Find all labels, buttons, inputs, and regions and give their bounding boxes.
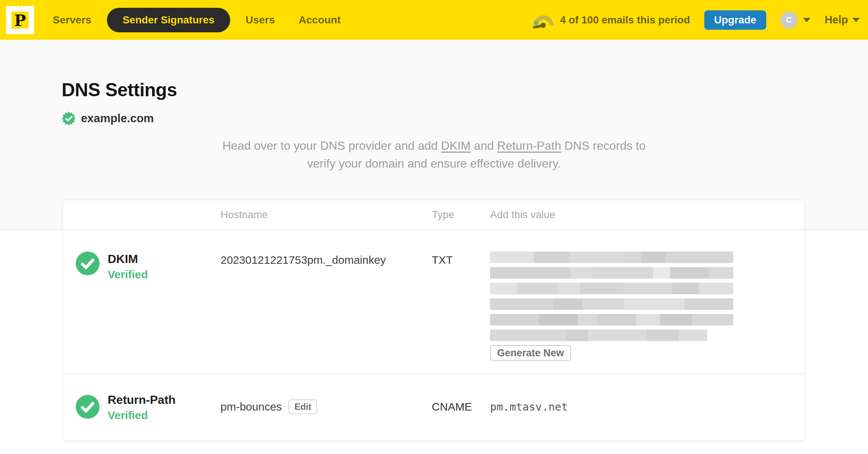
nav-item-servers[interactable]: Servers [41,14,103,26]
intro-mid: and [471,139,497,152]
header-type: Type [432,209,490,221]
domain-name: example.com [81,112,154,125]
dkim-type: TXT [432,252,490,266]
usage-meter: 4 of 100 emails this period [532,12,690,28]
avatar[interactable]: C [780,12,797,29]
redacted-value-line [490,314,733,325]
postmark-logo-icon[interactable]: P [5,5,35,35]
domain-row: example.com [62,111,154,126]
dns-records-card: Hostname Type Add this value DKIM Verifi… [62,200,805,441]
header-add-this-value: Add this value [490,209,804,221]
nav-item-account[interactable]: Account [287,14,352,26]
account-menu[interactable]: C [780,12,810,29]
status-badge: Verified [108,409,176,422]
chevron-down-icon [852,18,860,22]
nav-item-sender-signatures[interactable]: Sender Signatures [107,8,230,32]
redacted-dkim-value [490,252,733,341]
verified-check-icon [76,395,99,419]
intro-post: DNS records to [561,139,646,152]
page-title: DNS Settings [62,79,177,101]
redacted-value-line [490,267,733,279]
usage-text: 4 of 100 emails this period [560,14,690,26]
dkim-hostname: 20230121221753pm._domainkey [221,252,432,266]
intro-line2: verify your domain and ensure effective … [307,157,561,170]
generate-new-button[interactable]: Generate New [490,345,571,361]
dns-settings-screen: P Servers Sender Signatures Users Accoun… [0,0,868,454]
redacted-value-line [490,330,707,341]
chevron-down-icon [803,18,810,22]
table-row-return-path: Return-Path Verified pm-bounces Edit CNA… [63,373,804,440]
nav-right-section: 4 of 100 emails this period Upgrade C He… [532,10,860,30]
edit-button[interactable]: Edit [288,399,317,414]
top-nav-bar: P Servers Sender Signatures Users Accoun… [0,0,868,40]
return-path-hostname: pm-bounces [221,401,282,413]
status-badge: Verified [108,268,148,281]
return-path-type: CNAME [432,401,490,413]
primary-nav: Servers Sender Signatures Users Account [41,8,353,32]
help-menu[interactable]: Help [825,14,860,26]
verified-seal-icon [62,111,76,126]
redacted-value-line [490,252,733,263]
help-label: Help [825,14,848,26]
record-name: DKIM [108,252,148,266]
record-name: Return-Path [108,393,176,407]
nav-item-users[interactable]: Users [234,14,287,26]
gauge-icon [532,12,555,28]
table-header-row: Hostname Type Add this value [63,200,804,229]
return-path-value: pm.mtasv.net [490,401,804,413]
intro-text: Head over to your DNS provider and add D… [0,137,868,172]
verified-check-icon [76,252,99,275]
table-row-dkim: DKIM Verified 20230121221753pm._domainke… [63,229,804,373]
redacted-value-line [490,298,733,310]
redacted-value-line [490,283,733,294]
intro-pre: Head over to your DNS provider and add [222,139,441,152]
dkim-link[interactable]: DKIM [441,139,471,152]
upgrade-button[interactable]: Upgrade [704,10,767,30]
svg-text:P: P [14,11,26,29]
return-path-link[interactable]: Return-Path [497,139,561,152]
header-hostname: Hostname [221,209,432,221]
